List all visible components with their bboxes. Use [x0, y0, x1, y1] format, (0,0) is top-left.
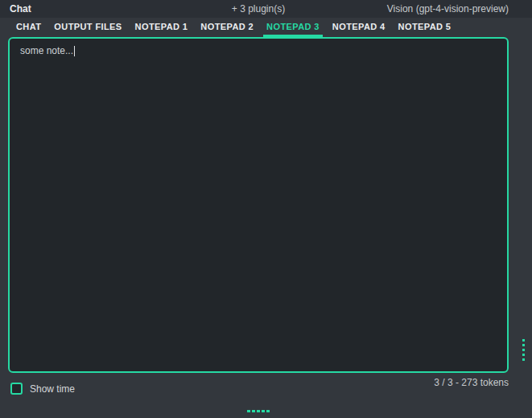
notepad-textarea[interactable]: some note...: [8, 37, 509, 373]
tab-notepad-2[interactable]: NOTEPAD 2: [197, 18, 257, 37]
tab-notepad-5[interactable]: NOTEPAD 5: [395, 18, 455, 37]
text-caret: [74, 46, 75, 56]
token-counter: 3 / 3 - 273 tokens: [434, 377, 509, 388]
notepad-text: some note...: [20, 45, 73, 56]
tab-notepad-4[interactable]: NOTEPAD 4: [329, 18, 389, 37]
window-title: Chat: [10, 3, 31, 14]
plugins-count-label: + 3 plugin(s): [232, 3, 285, 14]
app-window: Chat + 3 plugin(s) Vision (gpt-4-vision-…: [0, 0, 532, 418]
model-name-label: Vision (gpt-4-vision-preview): [387, 3, 509, 14]
show-time-label: Show time: [30, 383, 75, 395]
tab-chat[interactable]: CHAT: [13, 18, 44, 37]
show-time-option[interactable]: Show time: [10, 383, 75, 395]
tab-output-files[interactable]: OUTPUT FILES: [51, 18, 125, 37]
show-time-checkbox[interactable]: [10, 383, 23, 395]
vertical-splitter-handle-icon[interactable]: [522, 339, 525, 361]
tab-notepad-1[interactable]: NOTEPAD 1: [132, 18, 192, 37]
horizontal-splitter-handle-icon[interactable]: [247, 410, 270, 412]
tab-bar: CHAT OUTPUT FILES NOTEPAD 1 NOTEPAD 2 NO…: [0, 18, 532, 37]
title-bar: Chat + 3 plugin(s) Vision (gpt-4-vision-…: [0, 0, 532, 18]
tab-notepad-3[interactable]: NOTEPAD 3: [263, 18, 323, 37]
